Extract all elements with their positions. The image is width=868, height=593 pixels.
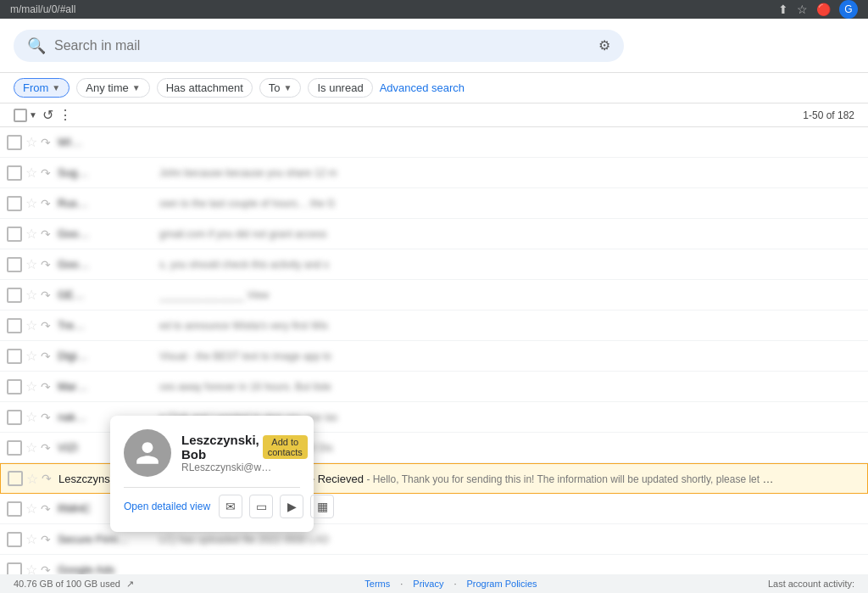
anytime-filter-chip[interactable]: Any time ▼ [76, 78, 149, 98]
select-all-checkbox[interactable] [14, 109, 27, 122]
row-checkbox[interactable] [7, 349, 22, 364]
row-checkbox[interactable] [7, 227, 22, 242]
has-attachment-chip[interactable]: Has attachment [157, 78, 253, 98]
video-icon: ▶ [287, 500, 297, 513]
open-detailed-view-link[interactable]: Open detailed view [124, 501, 210, 512]
star-icon[interactable]: ☆ [25, 348, 37, 364]
select-all-area[interactable]: ▼ [14, 109, 37, 122]
row-checkbox[interactable] [7, 379, 22, 394]
snippet-text: _______________ View [159, 289, 269, 301]
email-row[interactable]: ☆ ↷ GE… _______________ View [0, 280, 868, 310]
tag-icon: ↷ [41, 350, 51, 363]
subject-snippet: John because because you share 12 m [159, 166, 776, 179]
status-bar: 40.76 GB of 100 GB used ↗ Terms · Privac… [0, 574, 868, 593]
email-row[interactable]: ☆ ↷ Digi… Visual - the BEST text to imag… [0, 341, 868, 372]
star-icon[interactable]: ☆ [25, 531, 37, 547]
contact-actions: Open detailed view ✉ ▭ ▶ ▦ [124, 487, 300, 518]
extension-icon[interactable]: 🔴 [816, 3, 831, 16]
snippet-text: own to the last couple of hours… the G [159, 198, 335, 210]
tag-icon: ↷ [41, 319, 51, 333]
search-bar[interactable]: 🔍 ⚙ [14, 30, 624, 62]
sender-name: Rus… [58, 197, 159, 210]
row-checkbox[interactable] [7, 318, 22, 333]
chat-contact-icon[interactable]: ▭ [249, 495, 273, 518]
toolbar-left: ▼ ↺ ⋮ [14, 107, 72, 123]
row-checkbox[interactable] [7, 440, 22, 456]
from-label: From [23, 81, 48, 94]
terms-link[interactable]: Terms [364, 579, 390, 589]
row-checkbox[interactable] [7, 532, 22, 547]
program-policies-link[interactable]: Program Policies [466, 579, 537, 589]
has-attachment-label: Has attachment [166, 81, 243, 94]
star-icon[interactable]: ☆ [25, 195, 37, 211]
dot-separator1: · [400, 579, 403, 589]
email-contact-icon[interactable]: ✉ [219, 495, 242, 518]
from-filter-chip[interactable]: From ▼ [14, 78, 70, 98]
search-input[interactable] [54, 38, 590, 53]
email-row[interactable]: ☆ ↷ Rus… own to the last couple of hours… [0, 188, 868, 219]
row-checkbox[interactable] [7, 135, 22, 150]
dot-separator2: · [453, 579, 456, 589]
snippet-text: s, you should check this activity and s [159, 259, 329, 271]
pagination-text: 1-50 of 182 [803, 109, 854, 121]
sender-name: Digi… [58, 350, 159, 362]
star-icon[interactable]: ☆ [25, 439, 37, 456]
row-checkbox[interactable] [7, 288, 22, 303]
star-icon[interactable]: ☆ [25, 226, 37, 242]
share-icon[interactable]: ⬆ [778, 3, 788, 16]
star-icon[interactable]: ☆ [25, 134, 37, 150]
row-checkbox[interactable] [7, 410, 22, 425]
add-to-contacts-button[interactable]: Add to contacts [263, 435, 308, 459]
star-icon[interactable]: ☆ [25, 378, 37, 394]
email-row[interactable]: ☆ ↷ Tre… ed to announce Wistia's very fi… [0, 310, 868, 341]
is-unread-chip[interactable]: Is unread [308, 78, 372, 98]
tag-icon: ↷ [41, 136, 51, 149]
sender-name: Goo… [58, 227, 159, 240]
account-icon[interactable]: G [839, 0, 858, 19]
tag-icon: ↷ [42, 472, 52, 485]
sender-name: Secure Firm… [58, 533, 159, 545]
star-icon[interactable]: ☆ [25, 501, 37, 517]
storage-text: 40.76 GB of 100 GB used [14, 579, 120, 589]
tag-icon: ↷ [41, 411, 51, 424]
row-checkbox[interactable] [7, 165, 22, 181]
subject-snippet: s, you should check this activity and s [159, 258, 776, 271]
privacy-link[interactable]: Privacy [413, 579, 443, 589]
filter-icon[interactable]: ⚙ [598, 37, 610, 53]
tag-icon: ↷ [41, 227, 51, 241]
email-row[interactable]: ☆ ↷ Sug… John because because you share … [0, 158, 868, 188]
star-icon[interactable]: ☆ [25, 287, 37, 303]
email-row[interactable]: ☆ ↷ Goo… s, you should check this activi… [0, 249, 868, 280]
contact-name: Leszczynski, Bob Add to contacts [181, 433, 308, 462]
subject-snippet: ces away forever in 16 hours. But liste [159, 380, 776, 393]
row-checkbox[interactable] [7, 257, 22, 272]
row-checkbox[interactable] [7, 501, 22, 517]
email-row[interactable]: ☆ ↷ WI… [0, 127, 868, 158]
more-options-icon[interactable]: ⋮ [58, 107, 72, 123]
to-filter-chip[interactable]: To ▼ [259, 78, 302, 98]
last-activity-text: Last account activity: [768, 579, 854, 589]
video-contact-icon[interactable]: ▶ [280, 495, 303, 518]
bookmark-icon[interactable]: ☆ [797, 3, 808, 16]
select-caret-icon[interactable]: ▼ [29, 110, 37, 120]
subject-snippet: LC) has uploaded file 2022 0930 LAD [159, 533, 776, 545]
row-checkbox[interactable] [7, 196, 22, 211]
star-icon[interactable]: ☆ [25, 317, 37, 333]
tag-icon: ↷ [41, 502, 51, 516]
advanced-search-link[interactable]: Advanced search [380, 81, 465, 94]
email-row[interactable]: ☆ ↷ Goo… gmail.com if you did not grant … [0, 219, 868, 249]
email-row[interactable]: ☆ ↷ Mar… ces away forever in 16 hours. B… [0, 372, 868, 402]
star-icon[interactable]: ☆ [25, 409, 37, 425]
star-icon[interactable]: ☆ [25, 256, 37, 272]
contact-email: RLeszczynski@w… [181, 462, 308, 473]
calendar-icon: ▦ [317, 500, 328, 513]
star-icon[interactable]: ☆ [26, 471, 38, 487]
refresh-icon[interactable]: ↺ [42, 107, 53, 123]
to-arrow-icon: ▼ [284, 83, 292, 92]
star-icon[interactable]: ☆ [25, 165, 37, 181]
manage-storage-icon[interactable]: ↗ [126, 579, 134, 589]
tag-icon: ↷ [41, 166, 51, 180]
calendar-contact-icon[interactable]: ▦ [310, 495, 334, 518]
row-checkbox[interactable] [8, 471, 23, 486]
subject-snippet: Visual - the BEST text to image app to [159, 350, 776, 362]
